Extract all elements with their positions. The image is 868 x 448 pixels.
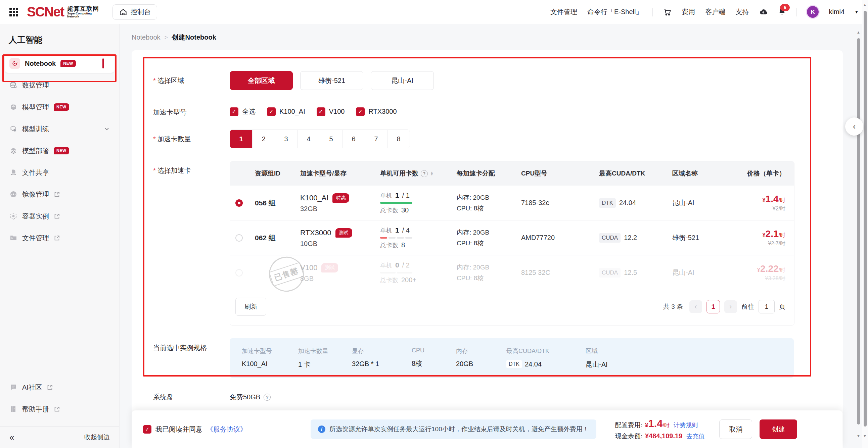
goto-page-input[interactable] xyxy=(758,300,775,314)
sidebar-item-notebook[interactable]: Notebook NEW xyxy=(5,54,115,73)
sidebar-item-image-management[interactable]: 镜像管理 xyxy=(5,185,115,204)
inner-scrollbar[interactable]: ▲ ▼ xyxy=(857,28,861,448)
radio-unselected[interactable] xyxy=(236,234,243,242)
service-agreement-link[interactable]: 《服务协议》 xyxy=(207,425,247,434)
region-option-kunshan[interactable]: 昆山-AI xyxy=(371,71,434,90)
side-panel-toggle[interactable]: ‹ xyxy=(845,118,863,135)
outer-scrollbar[interactable]: ▲ ▼ xyxy=(862,0,868,448)
nav-client[interactable]: 客户端 xyxy=(705,7,725,17)
balance-label: 现金余额: xyxy=(615,432,642,441)
billing-rules-link[interactable]: 计费规则 xyxy=(674,421,698,429)
sidebar-item-data-management[interactable]: 数据管理 xyxy=(5,76,115,95)
sidebar-item-file-sharing[interactable]: 文件共享 xyxy=(5,163,115,182)
radio-selected[interactable] xyxy=(236,199,243,207)
bottom-action-bar: ✓ 我已阅读并同意 《服务协议》 i 所选资源允许单次实例任务最大运行100小时… xyxy=(132,410,842,448)
pagination: 共 3 条 ‹ 1 › 前往 页 xyxy=(663,300,785,314)
chevron-down-icon[interactable] xyxy=(104,126,110,132)
col-per-card-alloc: 每加速卡分配 xyxy=(457,169,521,178)
nav-file-management[interactable]: 文件管理 xyxy=(550,7,577,17)
table-row[interactable]: 062 组 RTX3000测试 10GB 单机1/ 4 总卡数8 xyxy=(230,221,794,255)
apps-grid-icon[interactable] xyxy=(9,8,18,17)
notifications[interactable]: 5 xyxy=(778,7,786,17)
card-count-row: *加速卡数量 1 2 3 4 5 6 7 8 xyxy=(153,130,827,148)
sidebar-item-help-manual[interactable]: ? 帮助手册 xyxy=(5,400,115,418)
sidebar-collapse-button[interactable]: « 收起侧边 xyxy=(5,426,115,448)
training-icon: A xyxy=(9,125,18,133)
sidebar-item-container-instance[interactable]: 容器实例 xyxy=(5,207,115,225)
count-option-5[interactable]: 5 xyxy=(320,130,342,148)
count-option-6[interactable]: 6 xyxy=(342,130,365,148)
sidebar-item-model-management[interactable]: 模型管理 NEW xyxy=(5,98,115,117)
sidebar-item-model-deployment[interactable]: 模型部署 NEW xyxy=(5,141,115,160)
console-label: 控制台 xyxy=(131,7,151,17)
checkbox-k100-ai[interactable]: ✓ K100_AI xyxy=(267,107,305,116)
refresh-button[interactable]: 刷新 xyxy=(236,298,266,316)
count-option-2[interactable]: 2 xyxy=(252,130,275,148)
count-option-3[interactable]: 3 xyxy=(275,130,298,148)
scroll-up-icon[interactable]: ▲ xyxy=(857,30,860,34)
region-option-all[interactable]: 全部区域 xyxy=(230,71,293,90)
radio-disabled xyxy=(236,269,243,277)
disc-icon xyxy=(9,190,18,198)
prev-page-button[interactable]: ‹ xyxy=(689,300,702,313)
agreement-checkbox[interactable]: ✓ xyxy=(143,425,151,434)
sidebar-item-label: 镜像管理 xyxy=(22,190,49,199)
card-model-row: 加速卡型号 ✓ 全选 ✓ K100_AI ✓ V100 ✓ xyxy=(153,103,827,117)
user-name[interactable]: kimi4 xyxy=(829,8,844,16)
external-link-icon xyxy=(54,213,60,220)
availability-bar xyxy=(380,237,412,238)
notification-badge: 5 xyxy=(780,4,790,11)
current-page[interactable]: 1 xyxy=(707,300,720,314)
cancel-button[interactable]: 取消 xyxy=(719,419,752,439)
user-avatar[interactable]: K xyxy=(807,6,819,18)
scroll-down-icon[interactable]: ▼ xyxy=(863,434,867,438)
cpu-model: AMD77720 xyxy=(521,234,599,242)
help-icon[interactable]: ? xyxy=(421,170,428,177)
cpu-model: 7185-32c xyxy=(521,199,599,207)
help-icon[interactable]: ? xyxy=(264,394,271,401)
new-badge: NEW xyxy=(54,103,69,111)
sidebar-item-ai-community[interactable]: AI社区 xyxy=(5,378,115,397)
table-row[interactable]: 056 组 K100_AI特惠 32GB 单机1/ 1 总卡数30 xyxy=(230,186,794,221)
checkbox-v100[interactable]: ✓ V100 xyxy=(317,107,345,116)
create-button[interactable]: 创建 xyxy=(760,419,797,439)
recharge-link[interactable]: 去充值 xyxy=(686,432,705,440)
test-badge: 测试 xyxy=(336,228,352,237)
cart-icon[interactable] xyxy=(663,8,672,17)
nav-support[interactable]: 支持 xyxy=(735,7,749,17)
cube-icon xyxy=(9,103,18,111)
sidebar-section-title: 人工智能 xyxy=(9,34,115,45)
count-option-8[interactable]: 8 xyxy=(388,130,410,148)
card-model-label: 加速卡型号 xyxy=(153,103,230,117)
scnet-logo[interactable]: SCNet 超算互联网 SuperComputing Network xyxy=(27,4,99,20)
nav-eshell[interactable]: 命令行「E-Shell」 xyxy=(587,7,642,17)
breadcrumb-parent[interactable]: Notebook xyxy=(132,34,160,41)
count-option-1[interactable]: 1 xyxy=(230,130,252,148)
next-page-button[interactable]: › xyxy=(724,300,737,313)
nav-fee[interactable]: 费用 xyxy=(682,7,695,17)
region-options: 全部区域 雄衡-521 昆山-AI xyxy=(230,71,827,90)
count-option-7[interactable]: 7 xyxy=(365,130,388,148)
col-region: 区域名称 xyxy=(672,169,730,178)
inner-scrollbar-thumb[interactable] xyxy=(857,38,860,424)
scroll-up-icon[interactable]: ▲ xyxy=(863,3,867,7)
checkbox-rtx3000[interactable]: ✓ RTX3000 xyxy=(356,107,397,116)
sort-icon[interactable]: ▲ ▼ xyxy=(430,171,434,175)
count-option-4[interactable]: 4 xyxy=(298,130,320,148)
user-menu-caret-icon[interactable]: ▼ xyxy=(855,10,859,14)
checkbox-checked-icon: ✓ xyxy=(356,107,365,116)
card-model-options: ✓ 全选 ✓ K100_AI ✓ V100 ✓ RTX3000 xyxy=(230,103,827,116)
cloud-upload-icon[interactable] xyxy=(759,8,768,17)
outer-scrollbar-thumb[interactable] xyxy=(864,11,867,426)
fee-label: 配置费用: xyxy=(615,421,642,429)
required-mark: * xyxy=(153,167,156,174)
sidebar-item-model-training[interactable]: A 模型训练 xyxy=(5,120,115,138)
scroll-down-icon[interactable]: ▼ xyxy=(857,434,860,438)
col-price: 价格（单卡） xyxy=(730,169,785,178)
sidebar-item-file-management[interactable]: 文件管理 xyxy=(5,228,115,247)
region-option-xiongheng[interactable]: 雄衡-521 xyxy=(300,71,363,90)
pagination-total: 共 3 条 xyxy=(663,302,683,311)
console-button[interactable]: 控制台 xyxy=(113,4,157,20)
checkbox-select-all[interactable]: ✓ 全选 xyxy=(230,107,255,116)
collapse-label: 收起侧边 xyxy=(84,433,110,442)
